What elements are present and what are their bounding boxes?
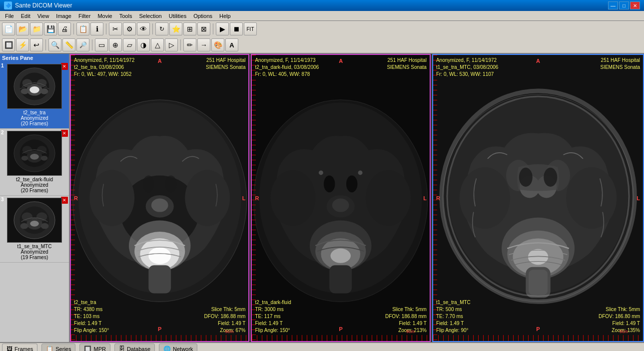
tb-ruler[interactable]: 📏: [62, 38, 75, 51]
tb-rect[interactable]: ▭: [95, 38, 108, 51]
svg-point-55: [346, 176, 357, 193]
separator-2: [106, 23, 106, 34]
menu-options[interactable]: Options: [190, 12, 215, 20]
series-close-3[interactable]: ✕: [61, 197, 68, 204]
menu-bar: File Edit View Image Filter Movie Tools …: [0, 11, 644, 21]
svg-point-40: [143, 176, 154, 193]
tb-expand[interactable]: ⊠: [197, 22, 210, 35]
tab-frames[interactable]: 🖼 Frames: [2, 344, 37, 351]
svg-point-56: [319, 170, 323, 175]
toolbar-row-2: 🔲 ⚡ ↩ 🔍 📏 🔎 ▭ ⊕ ▱ ◑ △ ▷ ✏ → 🎨 A: [0, 37, 644, 53]
svg-rect-37: [148, 265, 171, 293]
svg-point-23: [22, 212, 33, 221]
svg-point-7: [21, 88, 29, 94]
tb-settings[interactable]: ⚙: [123, 22, 136, 35]
separator-1: [73, 23, 74, 34]
tb-fit[interactable]: FIT: [244, 22, 257, 35]
series-item-2[interactable]: ✕ 2 t2_tse_dark-fluid Anonymi: [0, 129, 69, 196]
tb-zoom-out[interactable]: 🔎: [76, 38, 89, 51]
svg-point-57: [358, 170, 363, 175]
separator-4: [213, 23, 213, 34]
tb-print[interactable]: 🖨: [58, 22, 71, 35]
menu-selection[interactable]: Selection: [136, 12, 164, 20]
tb-circle[interactable]: ⊕: [109, 38, 122, 51]
menu-edit[interactable]: Edit: [18, 12, 33, 20]
menu-tools[interactable]: Tools: [116, 12, 135, 20]
menu-filter[interactable]: Filter: [75, 12, 93, 20]
series-icon: 📋: [46, 346, 53, 351]
tb-triangle[interactable]: △: [151, 38, 164, 51]
svg-point-61: [460, 167, 510, 229]
svg-point-35: [89, 170, 134, 226]
tab-network[interactable]: 🌐 Network: [159, 344, 197, 351]
separator-6: [92, 39, 92, 50]
tb-stop[interactable]: ⏹: [230, 22, 243, 35]
tab-mpr[interactable]: 🔲 MPR: [79, 344, 110, 351]
tb-paint[interactable]: 🎨: [211, 38, 224, 51]
svg-rect-72: [529, 270, 548, 295]
series-close-1[interactable]: ✕: [61, 63, 68, 70]
svg-point-49: [271, 170, 316, 226]
tab-series[interactable]: 📋 Series: [41, 344, 75, 351]
svg-point-48: [331, 249, 351, 263]
close-button[interactable]: ✕: [630, 1, 640, 9]
tb-grid[interactable]: ⊞: [183, 22, 196, 35]
tb-brightness[interactable]: ⚡: [16, 38, 29, 51]
svg-point-41: [165, 176, 176, 193]
viewer-panel-1[interactable]: Anonymized, F, 11/14/1972 t2_tse_tra, 03…: [70, 54, 249, 342]
menu-utilities[interactable]: Utilities: [166, 12, 189, 20]
tb-open-folder[interactable]: 📂: [16, 22, 29, 35]
tb-dicom-info[interactable]: 📋: [76, 22, 89, 35]
svg-point-24: [36, 212, 47, 221]
menu-help[interactable]: Help: [216, 12, 234, 20]
bottom-tabs: 🖼 Frames 📋 Series 🔲 MPR 🗄 Database 🌐 Net…: [0, 342, 644, 351]
toolbars: 📄 📂 📁 💾 🖨 📋 ℹ ✂ ⚙ 👁 ↻ ⭐ ⊞ ⊠ ▶ ⏹ FIT 🔲 ⚡ …: [0, 21, 644, 54]
svg-point-17: [41, 156, 48, 161]
tb-info[interactable]: ℹ: [90, 22, 103, 35]
viewer-panel-2[interactable]: Anonymized, F, 11/14/1973 t2_tra_dark-fl…: [251, 54, 430, 342]
tb-pen[interactable]: ✏: [183, 38, 196, 51]
tb-undo[interactable]: ↩: [30, 38, 43, 51]
tb-scissors[interactable]: ✂: [109, 22, 122, 35]
toolbar-row-1: 📄 📂 📁 💾 🖨 📋 ℹ ✂ ⚙ 👁 ↻ ⭐ ⊞ ⊠ ▶ ⏹ FIT: [0, 21, 644, 37]
svg-point-25: [20, 223, 28, 229]
viewer-area: Anonymized, F, 11/14/1972 t2_tse_tra, 03…: [70, 54, 644, 342]
menu-file[interactable]: File: [2, 12, 17, 20]
menu-image[interactable]: Image: [53, 12, 74, 20]
svg-point-36: [185, 170, 230, 226]
tb-arrow-tool[interactable]: →: [197, 38, 210, 51]
tb-new[interactable]: 📄: [2, 22, 15, 35]
tb-zoom-in[interactable]: 🔍: [48, 38, 61, 51]
series-num-2: 2: [1, 130, 4, 135]
tb-rotate[interactable]: ↻: [155, 22, 168, 35]
separator-3: [152, 23, 153, 34]
tb-half[interactable]: ◑: [137, 38, 150, 51]
network-icon: 🌐: [163, 346, 171, 351]
viewer-panel-3[interactable]: Anonymized, F, 11/14/1972 t1_se_tra_MTC,…: [432, 54, 644, 342]
tb-polygon[interactable]: ▱: [123, 38, 136, 51]
tb-play[interactable]: ▶: [216, 22, 229, 35]
separator-5: [45, 39, 46, 50]
main-content: Series Pane ✕ 1: [0, 54, 644, 342]
menu-view[interactable]: View: [34, 12, 52, 20]
tb-eye[interactable]: 👁: [137, 22, 150, 35]
series-item-1[interactable]: ✕ 1 t2_tse_tra Ano: [0, 62, 69, 129]
tb-star[interactable]: ⭐: [169, 22, 182, 35]
svg-point-26: [41, 223, 49, 229]
tab-database[interactable]: 🗄 Database: [114, 344, 155, 351]
series-item-3[interactable]: ✕ 3 t1_se_tra_MTC Anonymized: [0, 196, 69, 263]
series-pane-title: Series Pane: [0, 54, 69, 62]
series-close-2[interactable]: ✕: [61, 130, 68, 137]
tb-text[interactable]: A: [225, 38, 238, 51]
series-label-3: t1_se_tra_MTC Anonymized (19 Frames): [17, 244, 52, 260]
maximize-button[interactable]: □: [619, 1, 629, 9]
tb-select[interactable]: 🔲: [2, 38, 15, 51]
menu-movie[interactable]: Movie: [94, 12, 115, 20]
tab-mpr-label: MPR: [93, 346, 105, 351]
tb-open[interactable]: 📁: [30, 22, 43, 35]
tb-arrow-shape[interactable]: ▷: [165, 38, 178, 51]
svg-point-50: [366, 170, 411, 226]
title-bar: 🔷 Sante DICOM Viewer — □ ✕: [0, 0, 644, 11]
tb-save[interactable]: 💾: [44, 22, 57, 35]
minimize-button[interactable]: —: [608, 1, 618, 9]
